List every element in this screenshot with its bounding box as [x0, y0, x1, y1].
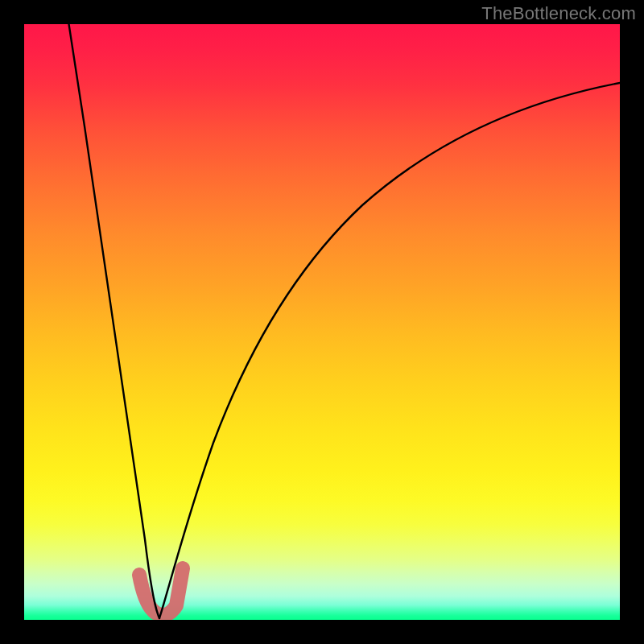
watermark-text: TheBottleneck.com — [481, 3, 636, 24]
curve-right-branch — [159, 82, 620, 618]
trough-marker — [139, 568, 183, 615]
bottleneck-curve — [24, 24, 620, 620]
plot-area — [24, 24, 620, 620]
chart-frame: TheBottleneck.com — [0, 0, 644, 644]
curve-left-branch — [68, 24, 159, 618]
